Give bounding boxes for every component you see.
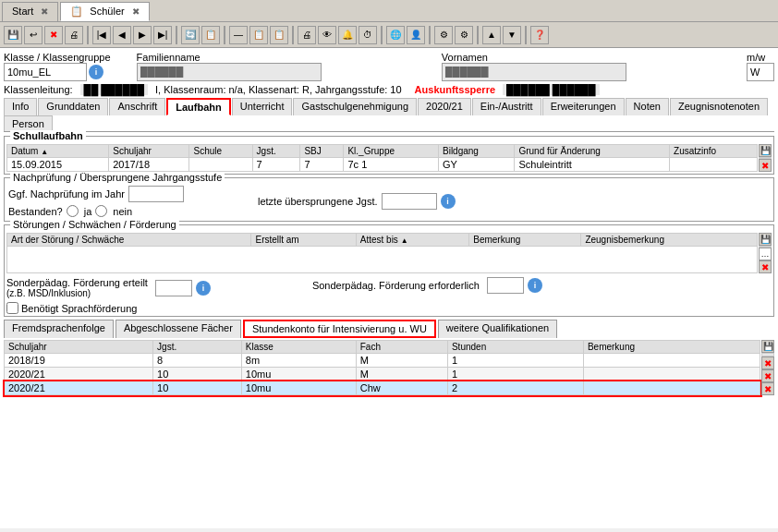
tab-unterricht[interactable]: Unterricht <box>232 98 293 115</box>
tab-erweiterungen[interactable]: Erweiterungen <box>542 98 625 115</box>
vornamen-input[interactable] <box>442 63 626 81</box>
next-btn[interactable]: ▶ <box>133 26 152 44</box>
nachpruefung-left: Ggf. Nachprüfung im Jahr Bestanden? ja n… <box>8 186 184 217</box>
stoerungen-section: Störungen / Schwächen / Förderung Art de… <box>4 224 774 317</box>
tab-person[interactable]: Person <box>4 115 53 131</box>
sonderpaed-erteilt-labels: Sonderpädag. Förderung erteilt (z.B. MSD… <box>6 277 148 298</box>
klasse-info-icon[interactable]: i <box>89 65 103 79</box>
user-btn[interactable]: 👤 <box>407 26 425 44</box>
toolbar: 💾 ↩ ✖ 🖨 |◀ ◀ ▶ ▶| 🔄 📋 — 📋 📋 🖨 👁 🔔 ⏱ 🌐 👤 … <box>0 22 778 48</box>
stoerungen-more-btn[interactable]: … <box>759 248 772 260</box>
globe-btn[interactable]: 🌐 <box>386 26 405 44</box>
sprachfoerderung-checkbox[interactable] <box>6 302 18 314</box>
paste-btn[interactable]: 📋 <box>249 26 268 44</box>
tab-zeugnisnotenoten[interactable]: Zeugnisnotenoten <box>670 98 768 115</box>
nachpruefung-input[interactable] <box>128 186 184 202</box>
tab-einaustritt[interactable]: Ein-/Austritt <box>472 98 541 115</box>
tab-schueler[interactable]: 📋 Schüler ✖ <box>60 2 149 21</box>
sonderpaed-erforderlich-info-icon[interactable]: i <box>528 278 542 293</box>
down-btn[interactable]: ▼ <box>503 26 521 44</box>
sk-scroll-del-1[interactable]: ✖ <box>761 357 774 369</box>
mw-group: m/w <box>747 52 774 81</box>
stoerungen-table-wrapper: Art der Störung / Schwäche Erstellt am A… <box>6 233 772 273</box>
table-row-highlighted[interactable]: 2020/21 10 10mu Chw 2 <box>5 381 760 395</box>
close-schueler-icon[interactable]: ✖ <box>132 6 140 17</box>
tab-laufbahn[interactable]: Laufbahn <box>166 98 231 115</box>
letzte-info-icon[interactable]: i <box>441 194 456 209</box>
col-sbj: SBJ <box>300 145 344 158</box>
sprachfoerderung-checkbox-label[interactable]: Benötigt Sprachförderung <box>6 302 772 314</box>
sonderpaed-row: Sonderpädag. Förderung erteilt (z.B. MSD… <box>6 277 772 298</box>
save-btn[interactable]: 💾 <box>4 26 22 44</box>
stundenkonto-scroll: 💾 ✖ ✖ ✖ <box>761 340 774 395</box>
auskunftssperre-label: Auskunftssperre <box>415 84 495 95</box>
scroll-del[interactable]: ✖ <box>759 159 772 172</box>
first-btn[interactable]: |◀ <box>92 26 111 44</box>
sk-col-klasse: Klasse <box>241 341 356 354</box>
up-btn[interactable]: ▲ <box>482 26 501 44</box>
tab-noten[interactable]: Noten <box>626 98 669 115</box>
mw-input[interactable] <box>747 63 774 81</box>
tab-anschrift[interactable]: Anschrift <box>109 98 165 115</box>
sk-col-schuljahr: Schuljahr <box>5 341 153 354</box>
tab-gastschul[interactable]: Gastschulgenehmigung <box>293 98 417 115</box>
sk-scroll-del-2[interactable]: ✖ <box>761 369 774 382</box>
gear1-btn[interactable]: ⚙ <box>434 26 453 44</box>
stoerungen-scroll-del[interactable]: ✖ <box>759 260 772 273</box>
print2-btn[interactable]: 🖨 <box>298 26 316 44</box>
tab-abgeschlossene[interactable]: Abgeschlossene Fächer <box>115 320 241 338</box>
col-jgst: Jgst. <box>252 145 300 158</box>
last-btn[interactable]: ▶| <box>153 26 172 44</box>
close-start-icon[interactable]: ✖ <box>41 6 48 17</box>
scroll-save[interactable]: 💾 <box>759 144 772 157</box>
stoerungen-scroll-save[interactable]: 💾 <box>759 233 772 246</box>
paste2-btn[interactable]: 📋 <box>270 26 288 44</box>
tab-stundenkonto[interactable]: Stundenkonto für Intensivierung u. WU <box>243 320 436 338</box>
schullaufbahn-title: Schullaufbahn <box>10 130 86 141</box>
col-attest: Attest bis ▲ <box>356 234 469 247</box>
letzte-jgst-group: letzte übersprungene Jgst. i <box>258 193 456 210</box>
refresh-btn[interactable]: 🔄 <box>181 26 200 44</box>
tab-grunddaten[interactable]: Grunddaten <box>38 98 108 115</box>
radio-ja[interactable]: ja <box>67 205 92 217</box>
table-row[interactable]: 2018/19 8 8m M 1 <box>5 354 760 368</box>
prev-btn[interactable]: ◀ <box>113 26 131 44</box>
familienname-input[interactable] <box>137 63 322 81</box>
klasse-input[interactable] <box>4 63 87 81</box>
help-btn[interactable]: ❓ <box>530 26 549 44</box>
gear2-btn[interactable]: ⚙ <box>455 26 473 44</box>
bell-btn[interactable]: 🔔 <box>338 26 357 44</box>
tab-start[interactable]: Start ✖ <box>2 2 58 21</box>
col-datum: Datum ▲ <box>7 145 109 158</box>
table-row[interactable]: 2020/21 10 10mu M 1 <box>5 368 760 381</box>
vornamen-label: Vornamen <box>442 52 626 63</box>
col-grund: Grund für Änderung <box>515 145 670 158</box>
sk-scroll-save[interactable]: 💾 <box>761 340 774 353</box>
tab-fremdsprachen[interactable]: Fremdsprachenfolge <box>4 320 114 338</box>
tab-info[interactable]: Info <box>4 98 37 115</box>
sonderpaed-erteilt-input[interactable] <box>155 280 192 296</box>
tab-qualifikationen[interactable]: weitere Qualifikationen <box>438 320 557 338</box>
top-tab-bar: Start ✖ 📋 Schüler ✖ <box>0 0 778 22</box>
copy-btn[interactable]: 📋 <box>201 26 220 44</box>
sep3 <box>224 26 225 44</box>
letzte-jgst-input[interactable] <box>382 193 437 210</box>
radio-nein[interactable]: nein <box>95 205 132 217</box>
sonderpaed-erteilt-info-icon[interactable]: i <box>196 281 211 296</box>
nav-tabs: Info Grunddaten Anschrift Laufbahn Unter… <box>4 98 774 132</box>
tab-2020[interactable]: 2020/21 <box>418 98 471 115</box>
nachpruefung-content: Ggf. Nachprüfung im Jahr Bestanden? ja n… <box>8 186 770 217</box>
sonderpaed-erforderlich-input[interactable] <box>487 277 524 294</box>
undo-btn[interactable]: ↩ <box>24 26 43 44</box>
form-row-1: Klasse / Klassengruppe i Familienname Vo… <box>4 52 774 81</box>
view-btn[interactable]: 👁 <box>318 26 336 44</box>
sk-col-bemerkung: Bemerkung <box>583 341 760 354</box>
sep6 <box>429 26 431 44</box>
print-btn[interactable]: 🖨 <box>65 26 83 44</box>
sk-scroll-del-3[interactable]: ✖ <box>761 382 774 395</box>
delete-btn[interactable]: ✖ <box>44 26 63 44</box>
clock-btn[interactable]: ⏱ <box>359 26 377 44</box>
table-row[interactable]: 15.09.2015 2017/18 7 7 7c 1 GY Schuleint… <box>7 158 758 172</box>
dash-btn[interactable]: — <box>229 26 248 44</box>
stoerungen-title: Störungen / Schwächen / Förderung <box>10 219 179 230</box>
